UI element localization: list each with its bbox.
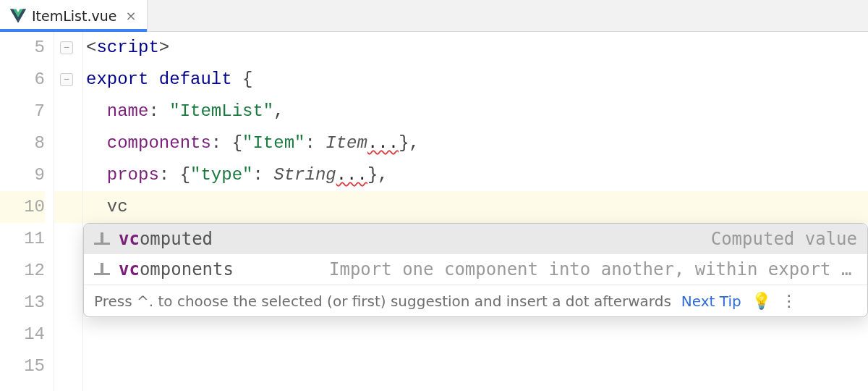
line-number: 5 [0,32,45,64]
code-line[interactable]: export default { [83,64,868,96]
live-template-icon [94,232,110,245]
fold-toggle-icon[interactable]: − [60,41,73,54]
svg-rect-0 [94,243,110,245]
line-number: 11 [0,223,45,255]
code-line-current[interactable]: vc [83,191,868,223]
completion-label: vcomputed [119,229,213,249]
file-tab[interactable]: ItemList.vue × [0,0,148,31]
completion-hint: Press ^. to choose the selected (or firs… [94,293,671,310]
line-number: 8 [0,127,45,159]
code-area[interactable]: <script> export default { name: "ItemLis… [83,32,868,391]
completion-footer: Press ^. to choose the selected (or firs… [84,285,867,316]
code-line[interactable] [83,319,868,350]
completion-popup: vcomputed Computed value vcomponents Imp… [83,223,868,317]
line-number: 15 [0,350,45,382]
code-line[interactable]: props: {"type": String...}, [83,159,868,191]
fold-toggle-icon[interactable]: − [60,73,73,86]
code-line[interactable]: <script> [83,32,868,64]
completion-label: vcomponents [119,259,234,279]
live-template-icon [94,263,110,276]
svg-rect-1 [101,232,103,243]
line-number: 13 [0,287,45,319]
code-line[interactable]: components: {"Item": Item...}, [83,127,868,159]
line-number: 6 [0,64,45,96]
vue-icon [10,9,26,23]
line-number: 10 [0,191,45,223]
completion-description: Computed value [711,229,857,249]
line-number: 7 [0,96,45,127]
gutter: 5 6 7 8 9 10 11 12 13 14 15 [0,32,54,391]
code-line[interactable] [83,350,868,382]
line-number: 12 [0,255,45,287]
line-number: 9 [0,159,45,191]
completion-description: Import one component into another, withi… [329,259,857,279]
fold-column: − − [54,32,83,391]
completion-item[interactable]: vcomponents Import one component into an… [84,254,867,285]
code-line[interactable]: name: "ItemList", [83,96,868,127]
svg-rect-3 [101,263,103,273]
more-options-icon[interactable]: ⋮ [781,292,796,310]
completion-item[interactable]: vcomputed Computed value [84,224,867,254]
tab-bar: ItemList.vue × [0,0,868,32]
close-icon[interactable]: × [125,8,136,23]
line-number: 14 [0,319,45,350]
code-editor[interactable]: 5 6 7 8 9 10 11 12 13 14 15 − − <script>… [0,32,868,391]
lightbulb-icon[interactable]: 💡 [752,292,771,310]
tab-filename: ItemList.vue [32,8,116,24]
next-tip-link[interactable]: Next Tip [681,293,741,310]
svg-rect-2 [94,273,110,275]
